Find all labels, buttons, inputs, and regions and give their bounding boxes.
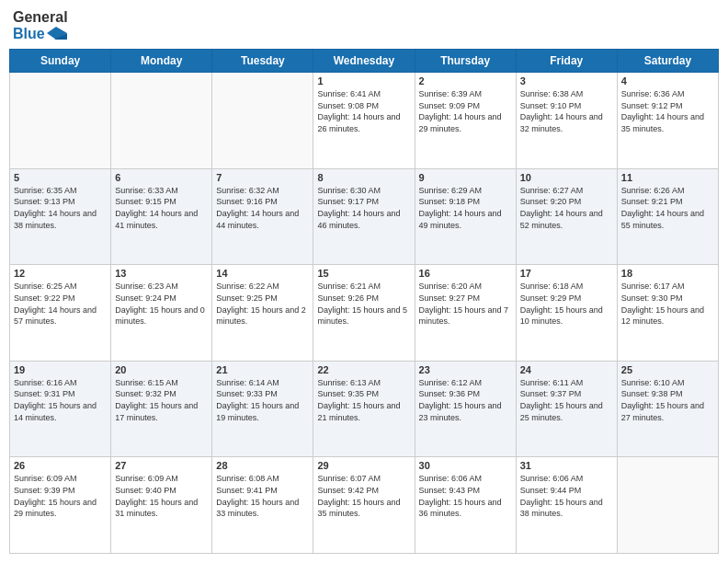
- col-thursday: Thursday: [415, 50, 516, 73]
- day-cell: 24Sunrise: 6:11 AMSunset: 9:37 PMDayligh…: [516, 361, 617, 457]
- day-cell: 4Sunrise: 6:36 AMSunset: 9:12 PMDaylight…: [617, 73, 718, 169]
- day-cell: 1Sunrise: 6:41 AMSunset: 9:08 PMDaylight…: [313, 73, 415, 169]
- day-info: Sunrise: 6:16 AMSunset: 9:31 PMDaylight:…: [14, 377, 107, 423]
- day-info: Sunrise: 6:38 AMSunset: 9:10 PMDaylight:…: [520, 88, 613, 134]
- day-number: 26: [14, 460, 107, 471]
- week-row-4: 19Sunrise: 6:16 AMSunset: 9:31 PMDayligh…: [10, 361, 719, 457]
- col-wednesday: Wednesday: [313, 50, 415, 73]
- day-info: Sunrise: 6:26 AMSunset: 9:21 PMDaylight:…: [621, 185, 714, 231]
- day-cell: 26Sunrise: 6:09 AMSunset: 9:39 PMDayligh…: [10, 457, 111, 554]
- day-info: Sunrise: 6:10 AMSunset: 9:38 PMDaylight:…: [621, 377, 714, 423]
- day-number: 12: [14, 268, 107, 279]
- header: General Blue: [9, 9, 719, 41]
- day-cell: 27Sunrise: 6:09 AMSunset: 9:40 PMDayligh…: [111, 457, 212, 554]
- day-cell: 22Sunrise: 6:13 AMSunset: 9:35 PMDayligh…: [313, 361, 415, 457]
- day-number: 23: [419, 364, 512, 375]
- day-cell: 20Sunrise: 6:15 AMSunset: 9:32 PMDayligh…: [111, 361, 212, 457]
- day-cell: [617, 457, 718, 554]
- day-info: Sunrise: 6:23 AMSunset: 9:24 PMDaylight:…: [115, 281, 208, 327]
- day-info: Sunrise: 6:27 AMSunset: 9:20 PMDaylight:…: [520, 185, 613, 231]
- week-row-1: 1Sunrise: 6:41 AMSunset: 9:08 PMDaylight…: [10, 73, 719, 169]
- day-number: 9: [419, 172, 512, 183]
- day-info: Sunrise: 6:12 AMSunset: 9:36 PMDaylight:…: [419, 377, 512, 423]
- day-number: 25: [621, 364, 714, 375]
- day-info: Sunrise: 6:08 AMSunset: 9:41 PMDaylight:…: [216, 473, 309, 519]
- day-cell: 19Sunrise: 6:16 AMSunset: 9:31 PMDayligh…: [10, 361, 111, 457]
- day-info: Sunrise: 6:32 AMSunset: 9:16 PMDaylight:…: [216, 185, 309, 231]
- day-number: 15: [317, 268, 410, 279]
- day-cell: 9Sunrise: 6:29 AMSunset: 9:18 PMDaylight…: [415, 168, 516, 265]
- col-saturday: Saturday: [617, 50, 718, 73]
- day-number: 5: [14, 172, 107, 183]
- logo: General Blue: [13, 9, 68, 41]
- day-info: Sunrise: 6:06 AMSunset: 9:43 PMDaylight:…: [419, 473, 512, 519]
- day-info: Sunrise: 6:06 AMSunset: 9:44 PMDaylight:…: [520, 473, 613, 519]
- day-cell: 18Sunrise: 6:17 AMSunset: 9:30 PMDayligh…: [617, 265, 718, 362]
- day-info: Sunrise: 6:15 AMSunset: 9:32 PMDaylight:…: [115, 377, 208, 423]
- day-number: 19: [14, 364, 107, 375]
- day-info: Sunrise: 6:13 AMSunset: 9:35 PMDaylight:…: [317, 377, 410, 423]
- day-cell: [212, 73, 313, 169]
- day-cell: 6Sunrise: 6:33 AMSunset: 9:15 PMDaylight…: [111, 168, 212, 265]
- calendar-header-row: Sunday Monday Tuesday Wednesday Thursday…: [10, 50, 719, 73]
- day-number: 18: [621, 268, 714, 279]
- day-info: Sunrise: 6:09 AMSunset: 9:40 PMDaylight:…: [115, 473, 208, 519]
- day-info: Sunrise: 6:22 AMSunset: 9:25 PMDaylight:…: [216, 281, 309, 327]
- day-number: 24: [520, 364, 613, 375]
- day-cell: 5Sunrise: 6:35 AMSunset: 9:13 PMDaylight…: [10, 168, 111, 265]
- day-cell: 30Sunrise: 6:06 AMSunset: 9:43 PMDayligh…: [415, 457, 516, 554]
- day-number: 11: [621, 172, 714, 183]
- day-cell: 16Sunrise: 6:20 AMSunset: 9:27 PMDayligh…: [415, 265, 516, 362]
- day-number: 27: [115, 460, 208, 471]
- day-info: Sunrise: 6:18 AMSunset: 9:29 PMDaylight:…: [520, 281, 613, 327]
- day-cell: 3Sunrise: 6:38 AMSunset: 9:10 PMDaylight…: [516, 73, 617, 169]
- day-number: 8: [317, 172, 410, 183]
- day-cell: 14Sunrise: 6:22 AMSunset: 9:25 PMDayligh…: [212, 265, 313, 362]
- day-info: Sunrise: 6:41 AMSunset: 9:08 PMDaylight:…: [317, 88, 410, 134]
- day-cell: [10, 73, 111, 169]
- day-info: Sunrise: 6:39 AMSunset: 9:09 PMDaylight:…: [419, 88, 512, 134]
- day-cell: 15Sunrise: 6:21 AMSunset: 9:26 PMDayligh…: [313, 265, 415, 362]
- week-row-2: 5Sunrise: 6:35 AMSunset: 9:13 PMDaylight…: [10, 168, 719, 265]
- week-row-3: 12Sunrise: 6:25 AMSunset: 9:22 PMDayligh…: [10, 265, 719, 362]
- day-cell: 31Sunrise: 6:06 AMSunset: 9:44 PMDayligh…: [516, 457, 617, 554]
- day-number: 3: [520, 75, 613, 86]
- day-cell: 8Sunrise: 6:30 AMSunset: 9:17 PMDaylight…: [313, 168, 415, 265]
- day-number: 29: [317, 460, 410, 471]
- calendar-table: Sunday Monday Tuesday Wednesday Thursday…: [9, 49, 719, 554]
- day-number: 21: [216, 364, 309, 375]
- day-number: 10: [520, 172, 613, 183]
- day-info: Sunrise: 6:35 AMSunset: 9:13 PMDaylight:…: [14, 185, 107, 231]
- day-info: Sunrise: 6:36 AMSunset: 9:12 PMDaylight:…: [621, 88, 714, 134]
- day-number: 2: [419, 75, 512, 86]
- col-sunday: Sunday: [10, 50, 111, 73]
- col-monday: Monday: [111, 50, 212, 73]
- day-number: 28: [216, 460, 309, 471]
- day-cell: [111, 73, 212, 169]
- day-info: Sunrise: 6:21 AMSunset: 9:26 PMDaylight:…: [317, 281, 410, 327]
- col-friday: Friday: [516, 50, 617, 73]
- day-number: 31: [520, 460, 613, 471]
- day-number: 13: [115, 268, 208, 279]
- day-cell: 13Sunrise: 6:23 AMSunset: 9:24 PMDayligh…: [111, 265, 212, 362]
- day-number: 22: [317, 364, 410, 375]
- day-number: 7: [216, 172, 309, 183]
- day-cell: 29Sunrise: 6:07 AMSunset: 9:42 PMDayligh…: [313, 457, 415, 554]
- day-cell: 25Sunrise: 6:10 AMSunset: 9:38 PMDayligh…: [617, 361, 718, 457]
- day-info: Sunrise: 6:30 AMSunset: 9:17 PMDaylight:…: [317, 185, 410, 231]
- day-cell: 23Sunrise: 6:12 AMSunset: 9:36 PMDayligh…: [415, 361, 516, 457]
- day-cell: 11Sunrise: 6:26 AMSunset: 9:21 PMDayligh…: [617, 168, 718, 265]
- day-cell: 28Sunrise: 6:08 AMSunset: 9:41 PMDayligh…: [212, 457, 313, 554]
- day-info: Sunrise: 6:17 AMSunset: 9:30 PMDaylight:…: [621, 281, 714, 327]
- col-tuesday: Tuesday: [212, 50, 313, 73]
- day-cell: 21Sunrise: 6:14 AMSunset: 9:33 PMDayligh…: [212, 361, 313, 457]
- day-cell: 2Sunrise: 6:39 AMSunset: 9:09 PMDaylight…: [415, 73, 516, 169]
- day-info: Sunrise: 6:25 AMSunset: 9:22 PMDaylight:…: [14, 281, 107, 327]
- logo-arrow-icon: [47, 27, 67, 40]
- day-info: Sunrise: 6:20 AMSunset: 9:27 PMDaylight:…: [419, 281, 512, 327]
- day-info: Sunrise: 6:07 AMSunset: 9:42 PMDaylight:…: [317, 473, 410, 519]
- day-number: 4: [621, 75, 714, 86]
- day-info: Sunrise: 6:11 AMSunset: 9:37 PMDaylight:…: [520, 377, 613, 423]
- day-cell: 10Sunrise: 6:27 AMSunset: 9:20 PMDayligh…: [516, 168, 617, 265]
- day-cell: 12Sunrise: 6:25 AMSunset: 9:22 PMDayligh…: [10, 265, 111, 362]
